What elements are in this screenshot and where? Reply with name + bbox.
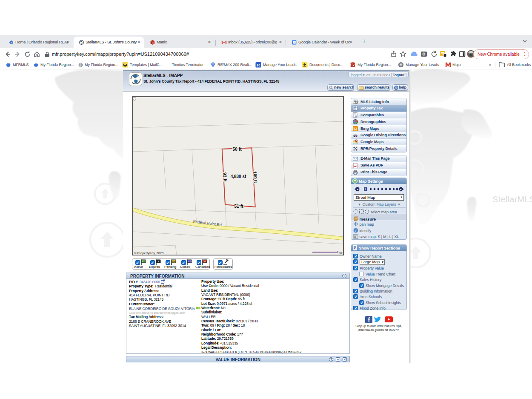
svg-text:51 ft: 51 ft: [234, 204, 243, 209]
svg-text:◄: ◄: [356, 188, 359, 191]
svg-text:SLD: SLD: [188, 261, 192, 263]
svg-text:StellarMLS: StellarMLS: [492, 195, 532, 204]
svg-text:R: R: [257, 63, 260, 67]
svg-text:© PropertyKey, 2023: © PropertyKey, 2023: [134, 251, 163, 255]
svg-text:ACT: ACT: [142, 261, 146, 263]
svg-text:U: U: [204, 260, 206, 263]
svg-text:31: 31: [293, 41, 296, 43]
svg-text:PND: PND: [172, 261, 176, 263]
svg-text:4,830 sf: 4,830 sf: [231, 174, 246, 179]
svg-text:100 ft: 100 ft: [252, 171, 258, 184]
svg-text:?: ?: [395, 86, 397, 89]
svg-text:1: 1: [444, 54, 446, 57]
svg-text:50 ft: 50 ft: [232, 146, 242, 152]
svg-text:93 ft: 93 ft: [222, 172, 228, 182]
svg-text:45 ft: 45 ft: [339, 251, 343, 254]
svg-text:►: ►: [400, 188, 402, 191]
